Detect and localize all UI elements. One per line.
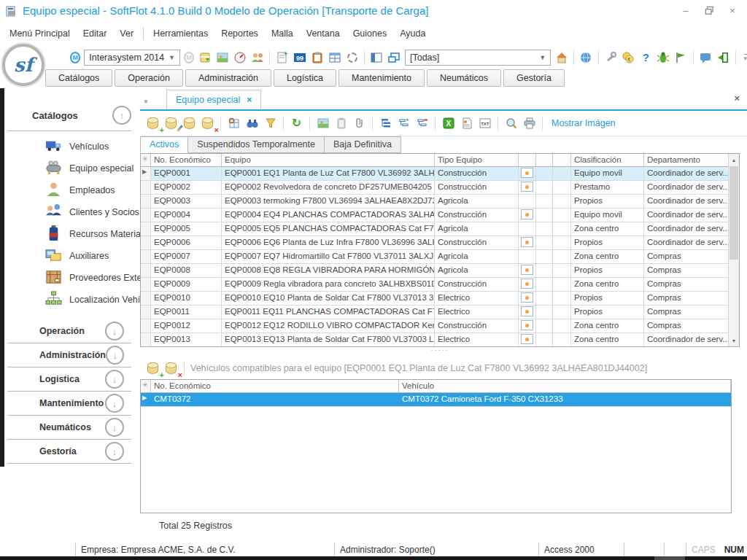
expand-down-icon[interactable]: ↓ bbox=[105, 322, 124, 341]
cell-equipo[interactable]: EQP0008 EQ8 REGLA VIBRADORA PARA HORMIGÓ… bbox=[222, 264, 435, 277]
cell-equipo[interactable]: EQP0009 Regla vibradora para concreto 3A… bbox=[222, 278, 435, 291]
cell-no-economico[interactable]: CMT0372 bbox=[151, 393, 399, 406]
equipment-row[interactable]: EQP0003EQP0003 termoking F7800 VL36994 3… bbox=[141, 195, 739, 209]
cell-tipo-equipo[interactable]: Electrico bbox=[435, 292, 519, 305]
menu-item-guiones[interactable]: Guiones bbox=[347, 26, 394, 42]
sidebar-section-logistica[interactable]: Logistica↓ bbox=[7, 368, 131, 392]
cell-equipo[interactable]: EQP0007 EQ7 Hidromartillo Cat F7800 VL37… bbox=[222, 250, 435, 263]
txt-export-icon[interactable]: TXT bbox=[478, 117, 492, 131]
cell-departamento[interactable]: Compras bbox=[644, 306, 739, 319]
cell-col2[interactable] bbox=[536, 292, 553, 305]
sidebar-item-vehículos[interactable]: Vehículos bbox=[0, 136, 139, 158]
cell-no-economico[interactable]: EQP0008 bbox=[151, 264, 222, 277]
cell-equipo[interactable]: EQP0012 EQ12 RODILLO VIBRO COMPACTADOR K… bbox=[222, 319, 435, 332]
sidebar-item-empleados[interactable]: Empleados bbox=[0, 179, 139, 201]
cell-clasificacion[interactable]: Prestamo bbox=[571, 181, 644, 194]
menu-item-herramientas[interactable]: Herramientas bbox=[147, 26, 214, 42]
equipment-row[interactable]: EQP0013EQP0013 EQ13 Planta de Soldar Cat… bbox=[141, 333, 739, 347]
equipment-row[interactable]: EQP0004EQP0004 EQ4 PLANCHAS COMPACTADORA… bbox=[141, 209, 739, 222]
header-equipo[interactable]: Equipo bbox=[222, 154, 435, 166]
cell-no-economico[interactable]: EQP0009 bbox=[151, 278, 222, 291]
cell-image[interactable] bbox=[519, 319, 536, 332]
cell-col3[interactable] bbox=[553, 306, 571, 319]
cell-departamento[interactable]: Compras bbox=[644, 264, 739, 277]
menu-item-ver[interactable]: Ver bbox=[113, 26, 140, 42]
thumbnail-icon[interactable] bbox=[521, 292, 533, 303]
cell-col3[interactable] bbox=[553, 222, 571, 236]
header-vehiculo[interactable]: Vehículo bbox=[399, 380, 731, 392]
cell-no-economico[interactable]: EQP0011 bbox=[151, 306, 222, 319]
cell-tipo-equipo[interactable]: Agricola bbox=[435, 222, 519, 236]
equipment-row[interactable]: EQP0011EQP0011 EQ11 PLANCHAS COMPACTADOR… bbox=[141, 306, 739, 319]
scroll-thumb[interactable] bbox=[729, 166, 738, 260]
cell-equipo[interactable]: EQP0001 EQ1 Planta de Luz Cat F7800 VL36… bbox=[222, 167, 435, 180]
header-tipo-equipo[interactable]: Tipo Equipo bbox=[435, 154, 519, 166]
minimize-button[interactable]: – bbox=[680, 4, 692, 16]
cell-equipo[interactable]: EQP0004 EQ4 PLANCHAS COMPACTADORAS 3ALHA… bbox=[222, 209, 435, 222]
cell-clasificacion[interactable]: Propios bbox=[571, 195, 644, 208]
cell-departamento[interactable]: Coordinador de serv... bbox=[644, 181, 739, 194]
cell-equipo[interactable]: EQP0013 EQ13 Planta de Soldar Cat F7800 … bbox=[222, 333, 435, 346]
cell-clasificacion[interactable]: Zona centro bbox=[571, 222, 644, 236]
sidebar-section-neumáticos[interactable]: Neumáticos↓ bbox=[7, 416, 131, 440]
cell-tipo-equipo[interactable]: Construcción bbox=[435, 278, 519, 291]
cell-col2[interactable] bbox=[536, 181, 553, 194]
cell-vehiculo[interactable]: CMT0372 Camioneta Ford F-350 CX31233 bbox=[399, 393, 731, 406]
thumbnail-icon[interactable] bbox=[521, 182, 533, 192]
sidebar-item-clientes-y-socios[interactable]: Clientes y Socios bbox=[0, 201, 139, 223]
cell-departamento[interactable]: Compras bbox=[644, 292, 739, 305]
cell-col3[interactable] bbox=[553, 319, 571, 332]
sidebar-item-proveedores-externos[interactable]: Proveedores Externos bbox=[0, 267, 139, 289]
cell-departamento[interactable]: Coordinador de serv... bbox=[644, 167, 739, 180]
ribbon-tab-mantenimiento[interactable]: Mantenimiento bbox=[338, 69, 425, 87]
cell-image[interactable] bbox=[519, 181, 536, 194]
equipment-row[interactable]: EQP0012EQP0012 EQ12 RODILLO VIBRO COMPAC… bbox=[141, 319, 739, 333]
cell-col3[interactable] bbox=[553, 333, 571, 346]
cell-col3[interactable] bbox=[553, 278, 571, 291]
cell-col2[interactable] bbox=[536, 306, 553, 319]
data-icon[interactable] bbox=[182, 117, 196, 131]
cell-no-economico[interactable]: EQP0010 bbox=[151, 292, 222, 305]
cell-col3[interactable] bbox=[553, 195, 571, 208]
cell-equipo[interactable]: EQP0003 termoking F7800 VL36994 3ALHAEA8… bbox=[222, 195, 435, 208]
cell-departamento[interactable]: Coordinador de serv... bbox=[644, 333, 739, 346]
cell-tipo-equipo[interactable]: Electrico bbox=[435, 306, 519, 319]
cell-no-economico[interactable]: EQP0013 bbox=[151, 333, 222, 346]
cell-clasificacion[interactable]: Zona centro bbox=[571, 333, 644, 346]
preview-icon[interactable] bbox=[504, 117, 518, 131]
counter-99-icon[interactable]: 99 bbox=[293, 50, 306, 64]
view-tab-baja-definitiva[interactable]: Baja Definitiva bbox=[325, 136, 401, 153]
print-icon[interactable] bbox=[522, 117, 536, 131]
sidebar-item-recursos-materiales[interactable]: Recursos Materiales bbox=[0, 223, 139, 245]
cell-image[interactable] bbox=[519, 278, 536, 291]
cell-departamento[interactable]: Coordinador de serv... bbox=[644, 209, 739, 222]
sidebar-section-operación[interactable]: Operación↓ bbox=[7, 319, 131, 343]
vertical-scrollbar[interactable]: ▲ ▼ bbox=[728, 154, 739, 346]
flag-icon[interactable] bbox=[674, 50, 688, 64]
show-image-link[interactable]: Mostrar Imágen bbox=[551, 118, 616, 128]
add-record-icon[interactable]: + bbox=[146, 117, 160, 131]
equipment-row[interactable]: EQP0009EQP0009 Regla vibradora para conc… bbox=[141, 278, 739, 292]
cell-image[interactable] bbox=[519, 333, 536, 346]
help-icon[interactable]: ? bbox=[639, 50, 653, 64]
overflow-icon[interactable]: ▾ bbox=[744, 54, 747, 61]
expand-down-icon[interactable]: ↓ bbox=[105, 394, 124, 413]
thumbnail-icon[interactable] bbox=[521, 168, 533, 178]
menu-item-malla[interactable]: Malla bbox=[265, 26, 300, 42]
tab-equipo-especial[interactable]: Equipo especial × bbox=[166, 90, 261, 109]
cell-departamento[interactable]: Coordinador de serv... bbox=[644, 236, 739, 249]
cell-clasificacion[interactable]: Zona centro bbox=[571, 319, 644, 332]
cell-image[interactable] bbox=[519, 167, 536, 180]
cell-col2[interactable] bbox=[536, 319, 553, 332]
expand-down-icon[interactable]: ↓ bbox=[106, 346, 124, 365]
table-icon[interactable] bbox=[328, 50, 341, 64]
compat-add-icon[interactable]: + bbox=[146, 362, 160, 376]
cell-tipo-equipo[interactable]: Construcción bbox=[435, 209, 519, 222]
cell-tipo-equipo[interactable]: Construcción bbox=[435, 167, 519, 180]
cell-clasificacion[interactable]: Zona centro bbox=[571, 278, 644, 291]
cell-tipo-equipo[interactable]: Agricola bbox=[435, 195, 519, 208]
compat-delete-icon[interactable]: × bbox=[164, 362, 178, 376]
pane-close-icon[interactable]: × bbox=[734, 93, 740, 104]
bug-icon[interactable] bbox=[657, 50, 670, 64]
cell-col3[interactable] bbox=[553, 236, 571, 249]
